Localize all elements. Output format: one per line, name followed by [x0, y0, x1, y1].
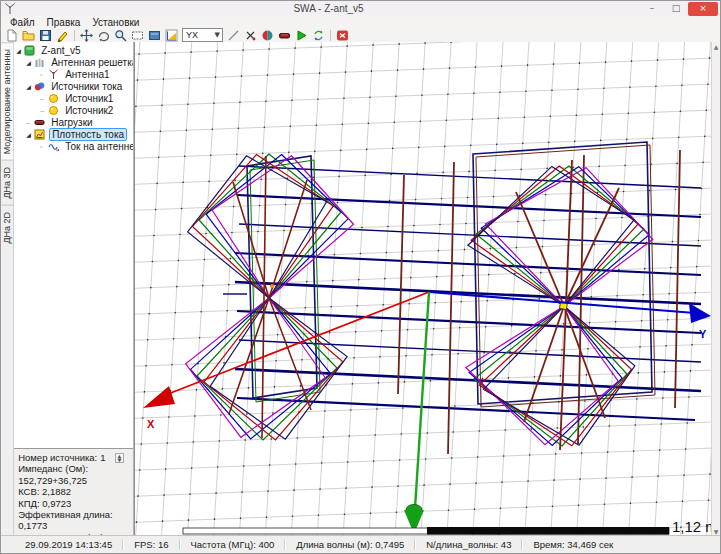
solid-view-button[interactable]: [146, 28, 163, 42]
main-content: Моделирование антенны ДНа 3D ДНа 2D ◢ Z-…: [1, 42, 720, 536]
menu-settings[interactable]: Установки: [87, 17, 144, 28]
source-ball-icon: [48, 105, 61, 116]
cube-icon: [24, 45, 37, 56]
stop-button[interactable]: [334, 28, 351, 42]
tree-item-current-sources[interactable]: ◢ Источники тока: [14, 80, 133, 92]
status-datetime: 29.09.2019 14:13:45: [15, 539, 122, 550]
tree-item-label: Антенная решетка: [49, 57, 133, 68]
open-file-button[interactable]: [20, 28, 37, 42]
left-panel: ◢ Z-ant_v5 ◢ Антенная решетка ▫ Антенна1…: [14, 42, 134, 536]
title-bar[interactable]: SWA - Z-ant_v5 – □ ×: [1, 1, 720, 16]
tree-item-loads[interactable]: – Нагрузки: [14, 116, 133, 128]
status-frequency: Частота (МГц): 400: [181, 539, 285, 550]
side-tab-strip: Моделирование антенны ДНа 3D ДНа 2D: [1, 42, 14, 536]
axis-x-label: X: [147, 418, 155, 430]
effective-length-value: Эффективная длина: 0,1773: [18, 509, 133, 532]
leaf-marker-icon: –: [40, 95, 48, 102]
viewport-button[interactable]: [129, 28, 146, 42]
current-density-icon: [34, 129, 47, 140]
status-wavelength: Длина волны (м): 0,7495: [286, 539, 414, 550]
tree-item-source1[interactable]: – Источник1: [14, 92, 133, 104]
antenna-icon: [48, 69, 61, 80]
plane-selector[interactable]: YX▼: [182, 28, 223, 42]
tree-item-current-density[interactable]: ◢ Плотность тока: [14, 128, 133, 140]
scene-canvas[interactable]: X Y 1,12 m: [135, 42, 711, 538]
expander-icon[interactable]: ◢: [26, 59, 34, 66]
pan-arrows-icon: [80, 29, 93, 42]
save-button[interactable]: [37, 28, 54, 42]
new-file-button[interactable]: [3, 28, 20, 42]
tab-pattern-2d[interactable]: ДНа 2D: [1, 205, 13, 250]
solid-box-icon: [148, 29, 161, 42]
edit-pencil-button[interactable]: [54, 28, 71, 42]
menu-file[interactable]: Файл: [5, 17, 40, 28]
tree-item-label: Антенна1: [63, 69, 111, 80]
maximize-button[interactable]: □: [664, 2, 688, 16]
stop-icon: [336, 29, 349, 42]
project-tree: ◢ Z-ant_v5 ◢ Антенная решетка ▫ Антенна1…: [14, 42, 133, 448]
spinner-down-icon[interactable]: ▼: [116, 458, 124, 462]
toolbar-separator: [330, 30, 331, 41]
source-number-value: 1: [100, 452, 105, 463]
source-info-panel: Номер источника: 1 ▲▼ Импеданс (Ом): 152…: [14, 448, 133, 536]
tree-item-current-on-antenna1[interactable]: ▫ Ток на антенне1: [14, 140, 133, 152]
save-floppy-icon: [39, 29, 52, 42]
expander-icon[interactable]: ◢: [26, 131, 34, 138]
leaf-marker-icon: –: [40, 107, 48, 114]
plot-button[interactable]: [163, 28, 180, 42]
zoom-button[interactable]: [112, 28, 129, 42]
close-button[interactable]: ×: [688, 2, 718, 16]
tree-item-label-selected: Плотность тока: [49, 128, 127, 141]
tab-pattern-3d[interactable]: ДНа 3D: [1, 160, 13, 205]
pan-button[interactable]: [78, 28, 95, 42]
axis-y-label: Y: [699, 328, 707, 340]
tree-item-label: Источник2: [63, 105, 115, 116]
tree-item-label: Источник1: [63, 93, 115, 104]
expander-icon[interactable]: ◢: [16, 47, 24, 54]
delete-segment-button[interactable]: [242, 28, 259, 42]
status-n-wavelength: N/длина_волны: 43: [416, 539, 521, 550]
loads-icon: [34, 117, 47, 128]
leaf-marker-icon: –: [26, 119, 34, 126]
pencil-icon: [56, 29, 69, 42]
antenna-right: [458, 142, 661, 456]
tree-item-label: Источники тока: [49, 81, 124, 92]
source-tool-button[interactable]: [259, 28, 276, 42]
scroll-up-icon[interactable]: ▲: [714, 42, 719, 51]
vertical-scrollbar[interactable]: ▲ ▼: [711, 42, 720, 536]
recycle-icon: [312, 29, 325, 42]
viewport-3d[interactable]: X Y 1,12 m: [134, 42, 711, 536]
sources-icon: [34, 81, 47, 92]
expander-icon[interactable]: ◢: [26, 83, 34, 90]
rotate-icon: [97, 29, 110, 42]
tree-item-antenna1[interactable]: ▫ Антенна1: [14, 68, 133, 80]
tree-item-label: Нагрузки: [49, 117, 94, 128]
source-ball-icon: [48, 93, 61, 104]
tree-item-label: Ток на антенне1: [63, 141, 133, 152]
open-folder-icon: [22, 29, 35, 42]
source-number-label: Номер источника:: [18, 452, 97, 463]
status-time: Время: 34,469 сек: [523, 539, 623, 550]
antenna-array-icon: [34, 57, 47, 68]
load-tool-button[interactable]: [276, 28, 293, 42]
refresh-button[interactable]: [310, 28, 327, 42]
minimize-button[interactable]: –: [640, 2, 664, 16]
tree-item-antenna-array[interactable]: ◢ Антенная решетка: [14, 56, 133, 68]
chevron-down-icon: ▼: [215, 31, 222, 39]
status-bar: 29.09.2019 14:13:45 FPS: 16 Частота (МГц…: [1, 535, 720, 553]
leaf-marker-icon: ▫: [40, 143, 48, 150]
line-tool-button[interactable]: [225, 28, 242, 42]
scale-bar: 1,12 m: [183, 518, 711, 535]
run-button[interactable]: [293, 28, 310, 42]
tree-item-project[interactable]: ◢ Z-ant_v5: [14, 44, 133, 56]
menu-edit[interactable]: Правка: [42, 17, 86, 28]
scale-label: 1,12 m: [672, 518, 711, 535]
rotate-button[interactable]: [95, 28, 112, 42]
line-icon: [227, 29, 240, 42]
plane-selector-value: YX: [186, 30, 198, 40]
tree-item-source2[interactable]: – Источник2: [14, 104, 133, 116]
vswr-value: КСВ: 2,1882: [18, 486, 133, 497]
tab-antenna-modeling[interactable]: Моделирование антенны: [1, 42, 13, 160]
source-number-stepper[interactable]: ▲▼: [115, 453, 125, 463]
waveform-icon: [48, 141, 61, 152]
